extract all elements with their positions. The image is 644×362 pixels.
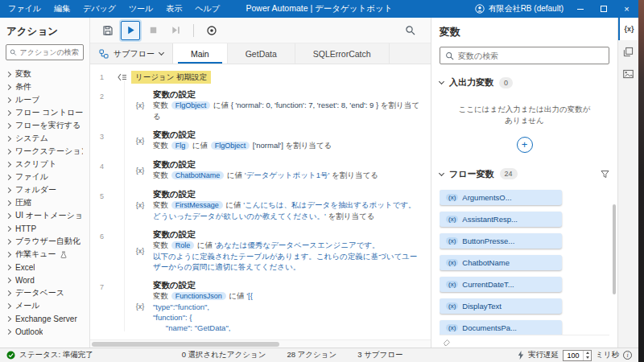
sidebar-item[interactable]: Outlook [0,325,89,338]
close-button[interactable]: × [615,0,638,18]
sidebar-item[interactable]: システム [0,132,89,145]
flow-action-row[interactable]: 3 {x} 変数の設定 変数 Flg に値 FlgObject ['normal… [90,127,431,157]
run-next-action-button[interactable] [166,21,185,40]
account-button[interactable]: 有限会社RB (default) [470,3,568,14]
subflow-tab[interactable]: Main [173,43,228,64]
sidebar-item[interactable]: Word [0,274,89,286]
variable-row[interactable]: (x) ChatbotName [440,252,609,274]
sidebar-item[interactable]: スクリプト [0,158,89,171]
flow-search-button[interactable] [400,21,419,40]
menu-item[interactable]: 編集 [47,0,76,18]
sidebar-item[interactable]: 圧縮 [0,196,89,209]
io-variables-count-badge: 0 [499,77,513,88]
run-button[interactable] [121,21,140,40]
status-indicator: ステータス: 準備完了 [6,350,93,360]
sidebar-item[interactable]: 作業キュー [0,248,89,261]
subflow-label: サブフロー [114,48,155,60]
add-io-variable-button[interactable]: + [517,137,533,153]
actions-panel-title: アクション [0,18,89,44]
menu-item[interactable]: ファイル [2,0,47,18]
action-description: 変数 FunctionsJson に値 '[{ "type":"function… [153,290,419,333]
description-text: ['normal'] [250,141,285,150]
record-button[interactable] [202,21,221,40]
tab-label: GetData [246,49,277,59]
flow-action-row[interactable]: 7 {x} 変数の設定 変数 FunctionsJson に値 '[{ "typ… [90,278,431,339]
save-button[interactable] [98,21,118,40]
spin-up-icon [586,352,589,354]
variables-search-input[interactable] [458,51,604,60]
sidebar-item-label: フロー コントロール [15,107,83,118]
variable-pill: FunctionsJson [171,292,226,300]
flow-editor[interactable]: 1 リージョン 初期設定 2 {x} 変数の設定 変数 FlgObject に値… [90,64,431,339]
menu-item[interactable]: デバッグ [76,0,122,18]
flow-region-row[interactable]: 1 リージョン 初期設定 [90,68,431,87]
sidebar-item[interactable]: フローを実行する [0,119,89,132]
sidebar-item[interactable]: Excel [0,261,89,274]
spin-down-icon [586,356,589,359]
description-text: 変数 [153,171,171,179]
spinner-arrows[interactable] [583,351,591,360]
sidebar-item[interactable]: データベース [0,286,89,299]
subflow-tab[interactable]: SQLErrorCatch [295,43,390,64]
sidebar-item[interactable]: ファイル [0,171,89,183]
sidebar-item[interactable]: UI オートメーション [0,209,89,222]
chevron-right-icon [6,84,11,89]
variable-row[interactable]: (x) CurrentDateT... [440,274,609,295]
variable-row[interactable]: (x) AssistantResp... [440,208,609,230]
flow-action-row[interactable]: 4 {x} 変数の設定 変数 ChatbotName に値 'データゲットボット… [90,157,431,187]
variable-row[interactable]: (x) DocumentsPa... [440,317,609,335]
sidebar-item[interactable]: 条件 [0,80,89,93]
sidebar-item[interactable]: メール [0,299,89,312]
subflow-dropdown[interactable]: サブフロー [90,43,173,64]
sidebar-item[interactable]: ワークステーション [0,145,89,158]
sidebar-item[interactable]: フォルダー [0,183,89,196]
horizontal-scrollbar-thumb[interactable] [92,342,279,347]
fx-icon: {x} [132,201,148,209]
stop-button[interactable] [143,21,163,40]
menu-item[interactable]: ツール [122,0,159,18]
sidebar-item[interactable]: Exchange Server [0,312,89,325]
menu-item[interactable]: ヘルプ [188,0,226,18]
status-check-icon [6,351,15,360]
variables-scrollbar-thumb[interactable] [613,204,616,294]
description-text: を割り当てる [285,141,332,150]
actions-search-box[interactable] [6,44,84,60]
variable-name: ArgumentsO... [462,193,511,202]
row-number: 1 [90,73,111,81]
variables-panel-title: 変数 [440,25,609,39]
spin-down-button[interactable] [584,356,591,360]
minimize-button[interactable] [568,0,592,18]
menu-item[interactable]: 表示 [159,0,188,18]
info-icon[interactable]: i [623,351,632,360]
actions-search-input[interactable] [20,48,80,56]
sidebar-item[interactable]: ループ [0,93,89,106]
rail-ui-elements-button[interactable] [618,40,638,63]
flow-variables-section-header[interactable]: フロー変数 24 [440,168,609,180]
variables-search-box[interactable] [440,47,609,64]
variable-pill: (x) ChatbotName [440,255,562,270]
flow-action-row[interactable]: 6 {x} 変数の設定 変数 Role に値 'あなたは優秀なデータベースエンジ… [90,227,431,278]
sidebar-item-label: ブラウザー自動化 [15,236,80,247]
sidebar-item-label: フローを実行する [15,120,80,131]
description-text: 変数 [153,291,171,300]
horizontal-scrollbar[interactable] [90,339,431,348]
rail-variables-button[interactable]: {x} [618,18,638,40]
flow-action-row[interactable]: 2 {x} 変数の設定 変数 FlgObject に値 { 'normal': … [90,87,431,127]
maximize-button[interactable] [592,0,615,18]
variable-row[interactable]: (x) DisplayText [440,295,609,317]
variable-name: ButtonPresse... [462,237,514,245]
lightning-icon [518,351,524,360]
run-delay-input[interactable] [564,351,583,360]
flow-action-row[interactable]: 5 {x} 変数の設定 変数 FirstMessage に値 'こんにちは、私は… [90,187,431,227]
sidebar-item[interactable]: ブラウザー自動化 [0,235,89,248]
variable-row[interactable]: (x) ArgumentsO... [440,187,609,208]
subflow-tab[interactable]: GetData [228,43,295,64]
rail-images-button[interactable] [618,63,638,85]
filter-button[interactable] [601,170,609,179]
sidebar-item[interactable]: HTTP [0,222,89,235]
sidebar-item[interactable]: フロー コントロール [0,106,89,119]
variable-row[interactable]: (x) ButtonPresse... [440,230,609,252]
run-delay-spinner[interactable] [563,350,592,361]
io-variables-section-header[interactable]: 入出力変数 0 [440,76,609,88]
sidebar-item[interactable]: 変数 [0,68,89,80]
